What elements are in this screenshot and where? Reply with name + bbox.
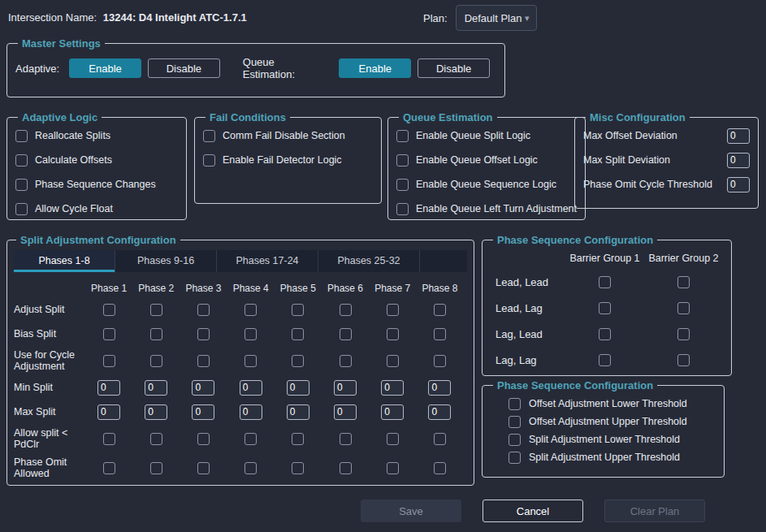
allow-cycle-float-checkbox[interactable] [15, 203, 28, 215]
max-split-phase-3-input[interactable] [192, 404, 214, 420]
enable-queue-sequence-logic-checkbox[interactable] [396, 179, 409, 191]
max-split-deviation-input[interactable] [727, 153, 750, 168]
adjust-split-phase-5-checkbox[interactable] [292, 304, 304, 316]
save-button[interactable]: Save [361, 500, 461, 522]
max-split-phase-7-input[interactable] [381, 404, 404, 420]
queue-estimation-disable-button[interactable]: Disable [418, 58, 490, 78]
phase-omit-allowed-phase-1-checkbox[interactable] [103, 462, 115, 474]
plan-select[interactable]: Default Plan ▾ [456, 5, 537, 31]
lead-lag-barrier-group-2-checkbox[interactable] [677, 302, 690, 314]
split-adjustment-upper-threshold-checkbox[interactable] [509, 452, 521, 464]
allow-split-less-pdclr-phase-2-checkbox[interactable] [150, 433, 162, 445]
bias-split-phase-4-checkbox[interactable] [245, 328, 257, 340]
use-for-cycle-adjustment-phase-7-checkbox[interactable] [387, 355, 399, 367]
allow-cycle-float-option[interactable]: Allow Cycle Float [15, 197, 178, 221]
tab-phases-9-16[interactable]: Phases 9-16 [115, 250, 217, 272]
lead-lead-barrier-group-1-checkbox[interactable] [599, 276, 611, 288]
phase-omit-allowed-phase-2-checkbox[interactable] [150, 462, 162, 474]
min-split-phase-3-input[interactable] [192, 380, 214, 396]
use-for-cycle-adjustment-phase-8-checkbox[interactable] [434, 355, 446, 367]
reallocate-splits-checkbox[interactable] [15, 130, 28, 142]
enable-queue-split-logic-checkbox[interactable] [396, 130, 409, 142]
allow-split-less-pdclr-phase-7-checkbox[interactable] [387, 433, 399, 445]
max-split-phase-4-input[interactable] [240, 404, 262, 420]
split-adjustment-upper-threshold-option[interactable]: Split Adjustment Upper Threshold [509, 448, 716, 466]
phase-omit-allowed-phase-6-checkbox[interactable] [340, 462, 352, 474]
enable-queue-offset-logic-checkbox[interactable] [396, 154, 409, 167]
use-for-cycle-adjustment-phase-2-checkbox[interactable] [150, 355, 162, 367]
bias-split-phase-6-checkbox[interactable] [340, 328, 352, 340]
offset-adjustment-lower-threshold-checkbox[interactable] [509, 398, 521, 410]
max-split-phase-1-input[interactable] [97, 404, 120, 420]
phase-omit-allowed-phase-4-checkbox[interactable] [245, 462, 257, 474]
enable-queue-left-turn-adjustment-checkbox[interactable] [396, 203, 409, 215]
bias-split-phase-8-checkbox[interactable] [434, 328, 446, 340]
adjust-split-phase-4-checkbox[interactable] [245, 304, 257, 316]
queue-estimation-enable-button[interactable]: Enable [339, 58, 411, 78]
phase-sequence-changes-checkbox[interactable] [15, 179, 28, 191]
cancel-button[interactable]: Cancel [483, 500, 583, 522]
comm-fail-disable-section-checkbox[interactable] [203, 130, 215, 142]
min-split-phase-6-input[interactable] [334, 380, 357, 396]
tab-phases-25-32[interactable]: Phases 25-32 [318, 250, 420, 272]
adjust-split-phase-1-checkbox[interactable] [103, 304, 115, 316]
comm-fail-disable-section-option[interactable]: Comm Fail Disable Section [203, 123, 373, 148]
max-split-phase-8-input[interactable] [428, 404, 451, 420]
use-for-cycle-adjustment-phase-5-checkbox[interactable] [292, 355, 304, 367]
lag-lag-barrier-group-1-checkbox[interactable] [599, 354, 611, 366]
max-split-phase-6-input[interactable] [334, 404, 357, 420]
enable-fail-detector-logic-option[interactable]: Enable Fail Detector Logic [203, 148, 373, 172]
min-split-phase-4-input[interactable] [240, 380, 262, 396]
bias-split-phase-2-checkbox[interactable] [150, 328, 162, 340]
lead-lag-barrier-group-1-checkbox[interactable] [599, 302, 611, 314]
allow-split-less-pdclr-phase-6-checkbox[interactable] [340, 433, 352, 445]
adaptive-enable-button[interactable]: Enable [69, 58, 141, 78]
allow-split-less-pdclr-phase-4-checkbox[interactable] [245, 433, 257, 445]
max-offset-deviation-input[interactable] [727, 128, 750, 144]
lag-lead-barrier-group-2-checkbox[interactable] [677, 328, 690, 340]
min-split-phase-7-input[interactable] [381, 380, 404, 396]
min-split-phase-1-input[interactable] [97, 380, 120, 396]
adjust-split-phase-7-checkbox[interactable] [387, 304, 399, 316]
lead-lead-barrier-group-2-checkbox[interactable] [677, 276, 690, 288]
min-split-phase-2-input[interactable] [145, 380, 167, 396]
lag-lag-barrier-group-2-checkbox[interactable] [677, 354, 690, 366]
use-for-cycle-adjustment-phase-3-checkbox[interactable] [197, 355, 210, 367]
lag-lead-barrier-group-1-checkbox[interactable] [599, 328, 611, 340]
enable-queue-offset-logic-option[interactable]: Enable Queue Offset Logic [396, 148, 577, 172]
enable-queue-sequence-logic-option[interactable]: Enable Queue Sequence Logic [396, 172, 577, 197]
enable-queue-left-turn-adjustment-option[interactable]: Enable Queue Left Turn Adjustment [396, 197, 577, 221]
phase-omit-allowed-phase-7-checkbox[interactable] [387, 462, 399, 474]
adjust-split-phase-8-checkbox[interactable] [434, 304, 446, 316]
bias-split-phase-5-checkbox[interactable] [292, 328, 304, 340]
split-adjustment-lower-threshold-checkbox[interactable] [509, 434, 521, 446]
offset-adjustment-upper-threshold-checkbox[interactable] [509, 416, 521, 428]
use-for-cycle-adjustment-phase-4-checkbox[interactable] [245, 355, 257, 367]
adjust-split-phase-3-checkbox[interactable] [197, 304, 210, 316]
phase-omit-allowed-phase-5-checkbox[interactable] [292, 462, 304, 474]
phase-omit-cycle-threshold-input[interactable] [727, 177, 750, 192]
reallocate-splits-option[interactable]: Reallocate Splits [15, 123, 178, 148]
allow-split-less-pdclr-phase-3-checkbox[interactable] [197, 433, 210, 445]
adjust-split-phase-2-checkbox[interactable] [150, 304, 162, 316]
tab-phases-1-8[interactable]: Phases 1-8 [14, 250, 115, 272]
adjust-split-phase-6-checkbox[interactable] [340, 304, 352, 316]
use-for-cycle-adjustment-phase-1-checkbox[interactable] [103, 355, 115, 367]
offset-adjustment-lower-threshold-option[interactable]: Offset Adjustment Lower Threshold [509, 395, 716, 413]
allow-split-less-pdclr-phase-1-checkbox[interactable] [103, 433, 115, 445]
bias-split-phase-1-checkbox[interactable] [103, 328, 115, 340]
enable-fail-detector-logic-checkbox[interactable] [203, 154, 215, 167]
clear-plan-button[interactable]: Clear Plan [604, 500, 705, 522]
split-adjustment-lower-threshold-option[interactable]: Split Adjustment Lower Threshold [509, 430, 716, 448]
adaptive-disable-button[interactable]: Disable [148, 58, 220, 78]
tab-phases-17-24[interactable]: Phases 17-24 [217, 250, 318, 272]
enable-queue-split-logic-option[interactable]: Enable Queue Split Logic [396, 123, 577, 148]
allow-split-less-pdclr-phase-5-checkbox[interactable] [292, 433, 304, 445]
offset-adjustment-upper-threshold-option[interactable]: Offset Adjustment Upper Threshold [509, 413, 716, 430]
calculate-offsets-checkbox[interactable] [15, 154, 28, 167]
max-split-phase-5-input[interactable] [287, 404, 309, 420]
bias-split-phase-7-checkbox[interactable] [387, 328, 399, 340]
phase-omit-allowed-phase-3-checkbox[interactable] [197, 462, 210, 474]
calculate-offsets-option[interactable]: Calculate Offsets [15, 148, 178, 172]
max-split-phase-2-input[interactable] [145, 404, 167, 420]
